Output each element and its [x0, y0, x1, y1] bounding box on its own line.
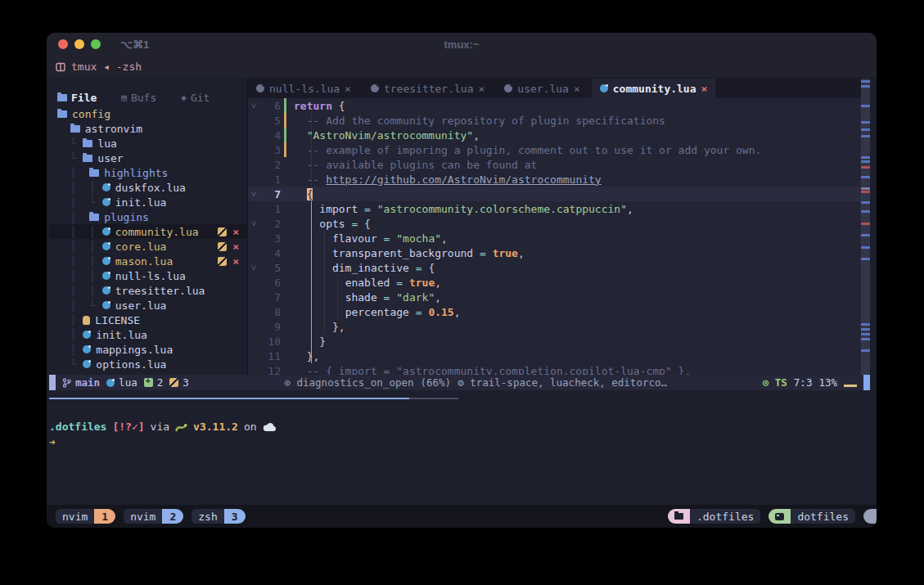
token-pun: },	[294, 350, 319, 362]
code-text: -- Add the community repository of plugi…	[289, 115, 665, 127]
neotree-tab-label: File	[71, 92, 97, 104]
line-number: 11	[259, 350, 281, 362]
code-line: 9 },	[248, 319, 870, 334]
git-added-widget: 2	[144, 376, 164, 389]
buffer-tab-community.lua[interactable]: community.lua×	[592, 79, 716, 98]
line-number: 3	[259, 232, 281, 245]
code-area[interactable]: ˅6return {5 -- Add the community reposit…	[248, 98, 870, 375]
tree-item-mason.lua[interactable]: │ │ mason.lua×	[49, 254, 247, 268]
git-added-count: 2	[157, 376, 164, 389]
tree-item-options.lua[interactable]: └ options.lua	[49, 357, 247, 371]
close-buffer-icon[interactable]: ×	[479, 83, 485, 95]
code-line: ˅6return {	[248, 98, 870, 113]
tree-item-init.lua[interactable]: │ └ init.lua	[49, 195, 247, 209]
code-line: 4 "AstroNvim/astrocommunity",	[248, 128, 870, 142]
tree-item-treesitter.lua[interactable]: │ │ treesitter.lua	[49, 283, 247, 298]
prompt-directory: .dotfiles	[49, 421, 106, 433]
code-text: transparent_background = true,	[289, 247, 525, 259]
tree-indent-guide: │ │	[57, 241, 102, 253]
fold-chevron-icon[interactable]: ˅	[248, 101, 259, 111]
token-url: https://github.com/AstroNvim/astrocommun…	[326, 173, 602, 186]
tree-item-init.lua[interactable]: │ init.lua	[49, 327, 247, 342]
tree-item-astronvim[interactable]: astronvim	[49, 121, 247, 136]
code-text: flavour = "mocha",	[289, 232, 448, 245]
tree-item-highlights[interactable]: │ highlights	[49, 165, 247, 180]
token-pun	[294, 262, 332, 274]
tree-item-label: highlights	[104, 167, 168, 179]
tree-item-label: user	[97, 152, 123, 164]
fold-chevron-icon[interactable]: ˅	[248, 218, 259, 229]
tree-item-core.lua[interactable]: │ │ core.lua×	[49, 239, 247, 254]
pane-border	[49, 398, 877, 399]
tmux-window-1[interactable]: nvim1	[56, 509, 115, 524]
tree-item-config[interactable]: config	[49, 106, 247, 121]
neotree-panel[interactable]: File▤Bufs◈Git config astronvim └ lua └ u…	[49, 79, 247, 375]
fold-chevron-icon[interactable]: ˅	[248, 263, 259, 273]
token-pun	[294, 277, 345, 289]
tree-item-label: user.lua	[115, 299, 167, 312]
scrollbar-mark	[861, 246, 870, 249]
code-line: 11 },	[248, 349, 870, 363]
neotree-tab-git[interactable]: ◈Git	[181, 92, 210, 104]
sign-column	[281, 201, 289, 216]
tree-item-label: core.lua	[115, 241, 167, 253]
sign-column	[281, 334, 289, 349]
tree-item-user.lua[interactable]: │ └ user.lua	[49, 298, 247, 313]
tmux-status-bar: nvim1nvim2zsh3 .dotfilesdotfiles	[47, 505, 877, 528]
token-pun	[294, 218, 319, 230]
tree-indent-guide: │	[57, 167, 89, 179]
terminal-window: ⌥⌘1 tmux:~ tmux ◂ -zsh File▤Bufs◈Git con…	[47, 33, 877, 528]
tree-item-community.lua[interactable]: │ │ community.lua×	[49, 224, 247, 239]
buffer-tab-treesitter.lua[interactable]: treesitter.lua×	[363, 79, 493, 98]
neotree-tab-bufs[interactable]: ▤Bufs	[121, 92, 156, 104]
tree-item-mappings.lua[interactable]: │ mappings.lua	[49, 342, 247, 357]
scrollbar-mark	[861, 187, 870, 190]
close-buffer-icon[interactable]: ×	[701, 83, 708, 95]
line-number: 6	[259, 277, 281, 289]
lua-file-icon	[371, 84, 379, 92]
shell-pane[interactable]: .dotfiles [!?✓] via v3.11.2 on ➜	[47, 390, 877, 505]
token-op: =	[473, 247, 492, 259]
tree-item-duskfox.lua[interactable]: │ │ duskfox.lua	[49, 180, 247, 195]
unsaved-close-icon[interactable]: ×	[232, 241, 239, 252]
editor-scrollbar[interactable]	[861, 79, 870, 375]
fold-chevron-icon[interactable]: ˅	[248, 189, 259, 200]
git-sign	[281, 128, 289, 142]
tree-item-user[interactable]: └ user	[49, 151, 247, 165]
tree-item-label: init.lua	[115, 196, 167, 209]
token-op: =	[345, 218, 364, 230]
code-text: }	[289, 335, 326, 348]
terminal-tab[interactable]: tmux ◂ -zsh	[56, 61, 142, 73]
sign-column	[281, 260, 289, 275]
line-number: 8	[259, 306, 281, 318]
buffer-tab-user.lua[interactable]: user.lua×	[496, 79, 588, 98]
code-line: 6 enabled = true,	[248, 275, 870, 290]
neotree-tab-file[interactable]: File	[57, 92, 97, 104]
folder-icon	[57, 110, 67, 118]
lua-file-icon	[102, 272, 110, 280]
code-line: 2 -- available plugins can be found at	[248, 157, 870, 172]
buffer-tab-label: null-ls.lua	[269, 83, 340, 95]
scrollbar-mark	[861, 156, 870, 159]
folder-icon	[70, 125, 80, 133]
token-var: flavour	[332, 232, 377, 245]
tree-item-LICENSE[interactable]: │ LICENSE	[49, 313, 247, 327]
lua-file-icon	[504, 84, 512, 92]
sign-column	[281, 363, 289, 375]
tmux-window-2[interactable]: nvim2	[124, 509, 183, 524]
unsaved-close-icon[interactable]: ×	[232, 256, 239, 267]
tree-item-null-ls.lua[interactable]: │ │ null-ls.lua	[49, 268, 247, 283]
tree-item-plugins[interactable]: │ plugins	[49, 209, 247, 224]
sign-column	[281, 304, 289, 319]
close-buffer-icon[interactable]: ×	[345, 83, 351, 95]
tree-item-lua[interactable]: └ lua	[49, 136, 247, 151]
tree-indent-guide: │ └	[57, 196, 102, 209]
tmux-window-3[interactable]: zsh3	[192, 509, 245, 524]
neotree-tab-label: Git	[191, 92, 210, 104]
prompt-on-label: on	[244, 421, 257, 433]
close-buffer-icon[interactable]: ×	[574, 83, 580, 95]
code-line: 1 import = "astrocommunity.colorscheme.c…	[248, 201, 870, 216]
buffer-tab-null-ls.lua[interactable]: null-ls.lua×	[248, 79, 359, 98]
unsaved-close-icon[interactable]: ×	[232, 227, 239, 237]
filetype-label: lua	[119, 376, 137, 389]
